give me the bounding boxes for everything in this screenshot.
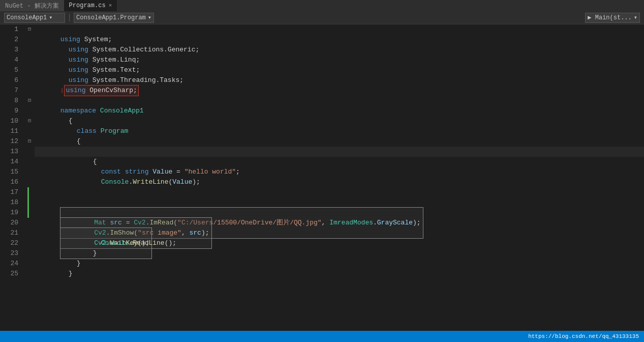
code-line-3: using System.Linq; [35,45,644,55]
method-dropdown[interactable]: ▶ Main(st... ▾ [585,13,640,23]
code-line-12: static void Main(string[] args) [35,136,644,147]
nav-bar: ConsoleApp1 ▾ ConsoleApp1.Program ▾ ▶ Ma… [0,11,644,24]
line-num-9: 9 [4,106,18,116]
line-num-24: 24 [4,259,18,269]
line-num-13: 13 [4,147,18,157]
margin-19 [24,208,35,218]
code-line-13: { [35,147,644,157]
nav-right: ▶ Main(st... ▾ [581,13,644,23]
code-line-9: { [35,106,644,116]
status-bar: https://blog.csdn.net/qq_43133135 [0,331,644,342]
code-content[interactable]: using System; using System.Collections.G… [35,24,644,331]
left-margin: ⊟ ⊟ ⊟ ⊟ [24,24,35,331]
code-line-5: using System.Threading.Tasks; [35,65,644,75]
line-num-25: 25 [4,269,18,279]
line-num-15: 15 [4,167,18,177]
class-dropdown-arrow: ▾ [148,14,151,21]
line-num-20: 20 [4,218,18,228]
line-num-5: 5 [4,65,18,75]
code-line-4: using System.Text; [35,55,644,65]
code-line-25 [35,269,644,279]
line-num-6: 6 [4,75,18,86]
tab-program[interactable]: Program.cs × [64,0,117,11]
line-num-2: 2 [4,35,18,45]
code-line-7 [35,86,644,96]
class-dropdown[interactable]: ConsoleApp1.Program ▾ [74,13,154,23]
fold-8[interactable]: ⊟ [24,96,35,106]
status-url: https://blog.csdn.net/qq_43133135 [528,333,639,339]
tab-program-close[interactable]: × [109,3,112,9]
line-num-16: 16 [4,177,18,187]
tab-nuget-label: NuGet - 解决方案 [5,2,59,10]
code-line-17: Mat src = Cv2.ImRead("C:/Users/15500/One… [35,187,644,197]
nav-separator [69,14,70,22]
line-numbers: 1 2 3 4 5 6 7 8 9 10 11 12 13 14 15 16 1… [0,24,24,331]
tab-program-label: Program.cs [69,2,106,9]
code-line-21: Console.ReadLine(); [35,228,644,238]
code-line-11: { [35,126,644,136]
code-line-1: using System; [35,24,644,35]
code-line-19: Cv2.WaitKey(); [35,208,644,218]
nav-left: ConsoleApp1 ▾ ConsoleApp1.Program ▾ [0,13,581,23]
line-num-23: 23 [4,248,18,259]
code-line-18: Cv2.ImShow("src image", src); [35,197,644,208]
fold-10[interactable]: ⊟ [24,116,35,126]
project-label: ConsoleApp1 [7,14,47,21]
line-num-22: 22 [4,238,18,248]
code-line-16 [35,177,644,187]
code-line-8: namespace ConsoleApp1 [35,96,644,106]
code-line-24: } [35,259,644,269]
line-num-10: 10 [4,116,18,126]
line-num-14: 14 [4,157,18,167]
class-label: ConsoleApp1.Program [76,14,146,21]
project-dropdown[interactable]: ConsoleApp1 ▾ [4,13,65,23]
line-num-12: 12 [4,136,18,147]
line-num-21: 21 [4,228,18,238]
code-line-10: class Program [35,116,644,126]
method-label: ▶ Main(st... [588,14,631,21]
fold-12[interactable]: ⊟ [24,136,35,147]
margin-17 [24,187,35,197]
line-num-8: 8 [4,96,18,106]
tab-nuget[interactable]: NuGet - 解决方案 [0,0,64,11]
line-num-4: 4 [4,55,18,65]
tab-container: NuGet - 解决方案 Program.cs × [0,0,117,11]
line-num-11: 11 [4,126,18,136]
line-num-1: 1 [4,24,18,35]
code-line-23: } [35,248,644,259]
line-num-18: 18 [4,197,18,208]
line-num-19: 19 [4,208,18,218]
code-line-14: const string Value = "hello world"; [35,157,644,167]
code-line-2: using System.Collections.Generic; [35,35,644,45]
code-line-22: } [35,238,644,248]
margin-18 [24,197,35,208]
project-dropdown-arrow: ▾ [49,14,52,21]
method-dropdown-arrow: ▾ [634,14,637,21]
line-num-7: 7 [4,86,18,96]
fold-1[interactable]: ⊟ [24,24,35,35]
editor-area: 1 2 3 4 5 6 7 8 9 10 11 12 13 14 15 16 1… [0,24,644,331]
code-line-15: Console.WriteLine(Value); [35,167,644,177]
code-line-6: |using OpenCvSharp; [35,75,644,86]
code-line-20 [35,218,644,228]
title-bar: NuGet - 解决方案 Program.cs × [0,0,644,11]
line-num-17: 17 [4,187,18,197]
line-num-3: 3 [4,45,18,55]
